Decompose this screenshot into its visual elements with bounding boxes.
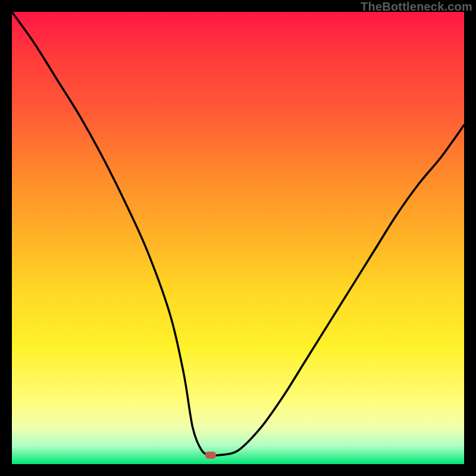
watermark-text: TheBottleneck.com bbox=[361, 0, 472, 14]
optimal-point-marker bbox=[205, 452, 216, 459]
chart-frame: TheBottleneck.com bbox=[0, 0, 476, 476]
chart-plot-area bbox=[12, 12, 464, 464]
bottleneck-curve bbox=[12, 12, 464, 464]
